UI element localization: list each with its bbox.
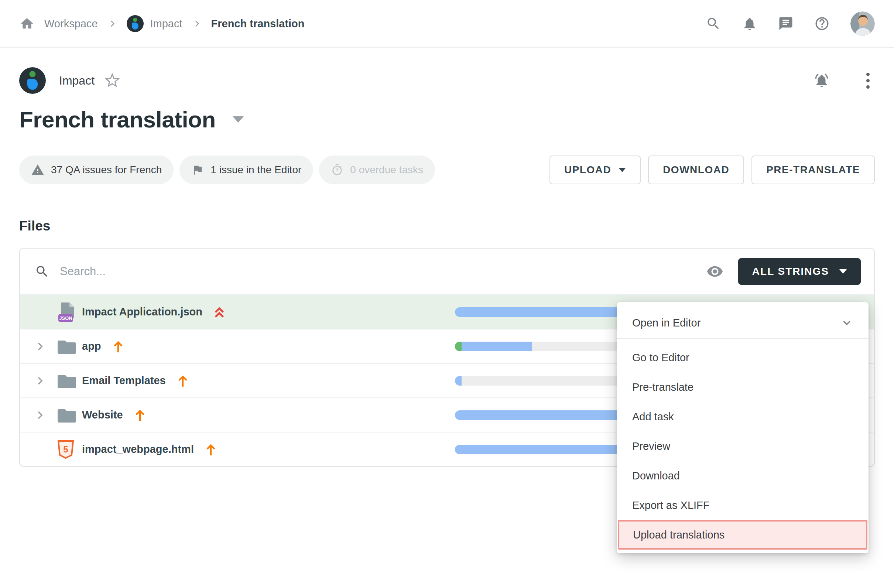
folder-icon — [57, 339, 82, 354]
home-icon[interactable] — [19, 16, 35, 32]
folder-name: Website — [82, 409, 123, 421]
flag-icon — [191, 163, 204, 176]
download-button[interactable]: DOWNLOAD — [648, 156, 744, 184]
search-icon[interactable] — [706, 16, 721, 32]
file-name: Impact Application.json — [82, 306, 202, 318]
file-context-menu: Open in Editor Go to Editor Pre-translat… — [617, 302, 868, 553]
expand-chevron-icon[interactable] — [34, 375, 57, 387]
menu-item-download[interactable]: Download — [617, 461, 868, 490]
folder-icon — [57, 373, 82, 388]
overdue-tasks-chip[interactable]: 0 overdue tasks — [319, 156, 435, 184]
menu-item-export-as-xliff[interactable]: Export as XLIFF — [617, 490, 868, 520]
user-avatar[interactable] — [850, 11, 875, 36]
menu-item-open-in-editor[interactable]: Open in Editor — [617, 307, 868, 338]
priority-high-icon — [177, 374, 189, 387]
html-file-icon: 5 — [57, 440, 82, 459]
top-bar: Workspace Impact French translation — [0, 0, 894, 48]
priority-high-icon — [134, 408, 146, 422]
breadcrumb-chevron-icon — [192, 19, 202, 29]
breadcrumb-chevron-icon — [107, 19, 117, 29]
menu-item-go-to-editor[interactable]: Go to Editor — [617, 343, 868, 372]
breadcrumb-workspace-label: Workspace — [44, 18, 98, 30]
notifications-bell-icon[interactable] — [742, 16, 757, 32]
project-logo-icon — [127, 15, 143, 32]
priority-highest-icon — [213, 305, 225, 319]
visibility-eye-icon[interactable] — [705, 262, 725, 281]
page-title: French translation — [19, 106, 216, 133]
breadcrumb-project-label: Impact — [150, 18, 183, 30]
all-strings-filter-button[interactable]: ALL STRINGS — [738, 258, 861, 285]
qa-issues-chip[interactable]: 37 QA issues for French — [19, 156, 174, 184]
project-more-menu-icon[interactable] — [861, 71, 875, 91]
menu-item-preview[interactable]: Preview — [617, 431, 868, 461]
breadcrumb: Workspace Impact French translation — [19, 15, 305, 32]
expand-chevron-icon[interactable] — [34, 340, 57, 352]
files-search-row: ALL STRINGS — [20, 249, 874, 294]
expand-chevron-icon[interactable] — [34, 409, 57, 421]
menu-item-pre-translate[interactable]: Pre-translate — [617, 372, 868, 402]
messages-icon[interactable] — [778, 16, 794, 32]
project-logo-icon — [19, 67, 46, 94]
all-strings-filter-label: ALL STRINGS — [752, 266, 829, 277]
breadcrumb-current-label: French translation — [211, 18, 305, 30]
file-name: impact_webpage.html — [82, 443, 194, 455]
breadcrumb-current-page: French translation — [211, 18, 305, 30]
priority-high-icon — [112, 340, 124, 353]
all-strings-caret-icon — [840, 269, 847, 274]
help-icon[interactable] — [814, 16, 830, 32]
breadcrumb-project[interactable]: Impact — [127, 15, 183, 32]
upload-button[interactable]: UPLOAD — [550, 156, 641, 184]
menu-item-add-task[interactable]: Add task — [617, 402, 868, 431]
svg-text:JSON: JSON — [59, 316, 72, 321]
project-name: Impact — [59, 74, 95, 88]
editor-issues-chip[interactable]: 1 issue in the Editor — [180, 156, 313, 184]
project-header: Impact — [19, 67, 875, 94]
files-search-input[interactable] — [60, 265, 705, 278]
project-notifications-icon[interactable] — [814, 73, 829, 88]
folder-name: Email Templates — [82, 375, 166, 387]
json-file-icon: JSON — [57, 302, 82, 322]
favorite-star-icon[interactable] — [105, 73, 120, 88]
timer-icon — [331, 163, 343, 176]
download-button-label: DOWNLOAD — [663, 164, 729, 176]
priority-high-icon — [205, 443, 217, 456]
qa-issues-chip-label: 37 QA issues for French — [51, 164, 162, 176]
breadcrumb-workspace[interactable]: Workspace — [44, 18, 98, 30]
svg-text:5: 5 — [63, 444, 68, 454]
chevron-down-icon — [840, 316, 853, 329]
warning-icon — [31, 163, 44, 177]
files-heading: Files — [19, 218, 875, 234]
menu-header-label: Open in Editor — [632, 317, 701, 329]
upload-caret-icon — [619, 168, 626, 172]
overdue-tasks-chip-label: 0 overdue tasks — [350, 164, 423, 176]
menu-item-upload-translations[interactable]: Upload translations — [618, 520, 867, 550]
pre-translate-button[interactable]: PRE-TRANSLATE — [752, 156, 875, 184]
search-icon — [35, 264, 50, 279]
editor-issues-chip-label: 1 issue in the Editor — [210, 164, 301, 176]
pre-translate-button-label: PRE-TRANSLATE — [766, 164, 860, 176]
upload-button-label: UPLOAD — [564, 164, 611, 176]
folder-icon — [57, 408, 82, 423]
title-dropdown-caret-icon[interactable] — [233, 116, 244, 122]
folder-name: app — [82, 340, 101, 352]
